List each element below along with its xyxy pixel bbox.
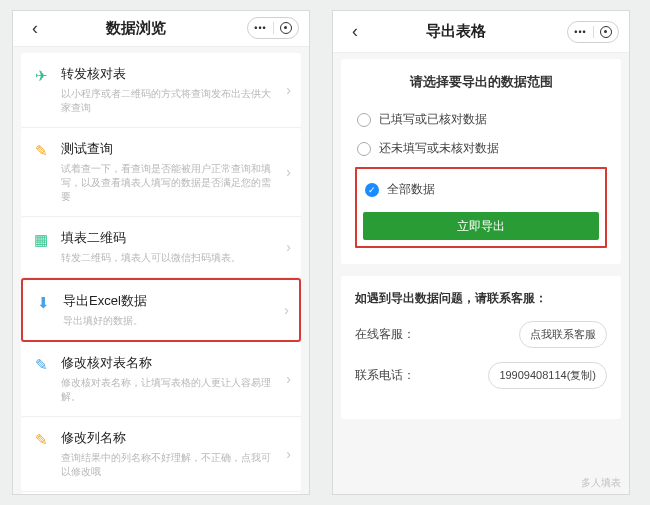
menu-dots-icon[interactable]: ••• [574, 27, 586, 37]
menu-item-4[interactable]: ✎修改核对表名称修改核对表名称，让填写表格的人更让人容易理解。› [21, 342, 301, 417]
item-title: 测试查询 [61, 140, 276, 158]
item-icon: ✈ [31, 66, 51, 86]
radio-label: 已填写或已核对数据 [379, 111, 487, 128]
chevron-right-icon: › [286, 239, 291, 255]
right-screen: ‹ 导出表格 ••• 请选择要导出的数据范围 已填写或已核对数据还未填写或未核对… [332, 10, 630, 495]
menu-list: ✈转发核对表以小程序或者二维码的方式将查询发布出去供大家查询›✎测试查询试着查一… [13, 47, 309, 494]
item-subtitle: 查询结果中的列名称不好理解，不正确，点我可以修改哦 [61, 451, 276, 479]
kf-panel: 如遇到导出数据问题，请联系客服： 在线客服： 点我联系客服 联系电话： 1990… [341, 276, 621, 419]
item-title: 填表二维码 [61, 229, 276, 247]
topbar: ‹ 导出表格 ••• [333, 11, 629, 53]
menu-item-5[interactable]: ✎修改列名称查询结果中的列名称不好理解，不正确，点我可以修改哦› [21, 417, 301, 492]
export-content: 请选择要导出的数据范围 已填写或已核对数据还未填写或未核对数据✓全部数据立即导出… [333, 53, 629, 439]
item-icon: ▦ [31, 230, 51, 250]
radio-empty-icon [357, 113, 371, 127]
item-title: 转发核对表 [61, 65, 276, 83]
chevron-right-icon: › [286, 82, 291, 98]
menu-item-0[interactable]: ✈转发核对表以小程序或者二维码的方式将查询发布出去供大家查询› [21, 53, 301, 128]
capsule[interactable]: ••• [567, 21, 619, 43]
item-subtitle: 以小程序或者二维码的方式将查询发布出去供大家查询 [61, 87, 276, 115]
radio-empty-icon [357, 142, 371, 156]
close-target-icon[interactable] [600, 26, 612, 38]
item-subtitle: 转发二维码，填表人可以微信扫码填表。 [61, 251, 276, 265]
menu-dots-icon[interactable]: ••• [254, 23, 266, 33]
item-icon: ✎ [31, 355, 51, 375]
close-target-icon[interactable] [280, 22, 292, 34]
radio-option-1[interactable]: 还未填写或未核对数据 [355, 134, 607, 163]
item-subtitle: 试着查一下，看查询是否能被用户正常查询和填写，以及查看填表人填写的数据是否满足您… [61, 162, 276, 204]
page-title: 数据浏览 [25, 19, 247, 38]
kf-online-row: 在线客服： 点我联系客服 [355, 321, 607, 348]
footer-watermark: 多人填表 [581, 476, 621, 490]
select-panel: 请选择要导出的数据范围 已填写或已核对数据还未填写或未核对数据✓全部数据立即导出 [341, 59, 621, 264]
menu-item-2[interactable]: ▦填表二维码转发二维码，填表人可以微信扫码填表。› [21, 217, 301, 278]
chevron-right-icon: › [286, 446, 291, 462]
menu-item-6[interactable]: 🗑删除核对表删除此表格，删除后所有人都不能查询，也不能填写和修改，且数据不能恢复… [21, 492, 301, 494]
kf-phone-button[interactable]: 19909408114(复制) [488, 362, 607, 389]
chevron-right-icon: › [284, 302, 289, 318]
chevron-right-icon: › [286, 164, 291, 180]
select-title: 请选择要导出的数据范围 [355, 73, 607, 91]
capsule[interactable]: ••• [247, 17, 299, 39]
radio-checked-icon: ✓ [365, 183, 379, 197]
menu-item-1[interactable]: ✎测试查询试着查一下，看查询是否能被用户正常查询和填写，以及查看填表人填写的数据… [21, 128, 301, 217]
radio-option-0[interactable]: 已填写或已核对数据 [355, 105, 607, 134]
menu-item-3[interactable]: ⬇导出Excel数据导出填好的数据。› [21, 278, 301, 342]
highlighted-selection: ✓全部数据立即导出 [355, 167, 607, 248]
kf-title: 如遇到导出数据问题，请联系客服： [355, 290, 607, 307]
item-icon: ⬇ [33, 293, 53, 313]
radio-label: 全部数据 [387, 181, 435, 198]
export-button[interactable]: 立即导出 [363, 212, 599, 240]
page-title: 导出表格 [345, 22, 567, 41]
left-screen: ‹ 数据浏览 ••• ✈转发核对表以小程序或者二维码的方式将查询发布出去供大家查… [12, 10, 310, 495]
chevron-right-icon: › [286, 371, 291, 387]
item-subtitle: 修改核对表名称，让填写表格的人更让人容易理解。 [61, 376, 276, 404]
topbar: ‹ 数据浏览 ••• [13, 11, 309, 47]
kf-online-button[interactable]: 点我联系客服 [519, 321, 607, 348]
kf-online-label: 在线客服： [355, 326, 415, 343]
kf-phone-label: 联系电话： [355, 367, 415, 384]
item-title: 修改核对表名称 [61, 354, 276, 372]
radio-option-2[interactable]: ✓全部数据 [363, 175, 599, 204]
item-icon: ✎ [31, 430, 51, 450]
item-icon: ✎ [31, 141, 51, 161]
item-title: 导出Excel数据 [63, 292, 274, 310]
kf-phone-row: 联系电话： 19909408114(复制) [355, 362, 607, 389]
item-title: 修改列名称 [61, 429, 276, 447]
radio-label: 还未填写或未核对数据 [379, 140, 499, 157]
item-subtitle: 导出填好的数据。 [63, 314, 274, 328]
